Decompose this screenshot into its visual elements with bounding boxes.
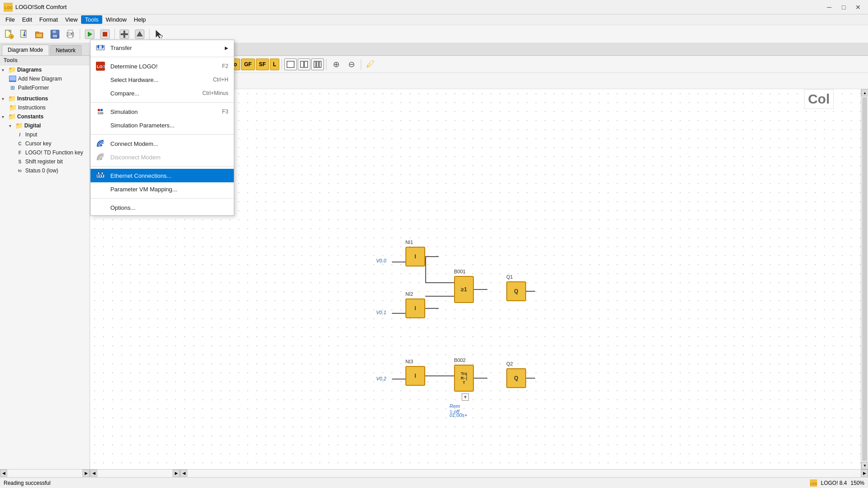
scroll-left-btn[interactable]: ◀ xyxy=(0,470,7,477)
select-hardware-label: Select Hardware... xyxy=(110,77,159,83)
gf-button[interactable]: GF xyxy=(241,59,255,70)
new-button[interactable]: ★ xyxy=(2,27,16,41)
menu-format[interactable]: Format xyxy=(36,15,61,24)
sf-button[interactable]: SF xyxy=(256,59,269,70)
b001-block[interactable]: ≥1 xyxy=(454,276,474,303)
download-button[interactable] xyxy=(17,27,32,41)
tree-status0[interactable]: Io Status 0 (low) xyxy=(0,166,90,175)
q1-block[interactable]: Q xyxy=(506,281,526,301)
menu-edit[interactable]: Edit xyxy=(18,15,36,24)
transfer-icon xyxy=(95,42,106,53)
scroll-up-arrow[interactable]: ▲ xyxy=(861,89,868,96)
menu-ethernet[interactable]: Ethernet Connections... xyxy=(91,169,234,182)
title-bar: LOGO! LOGO!Soft Comfort ─ □ ✕ xyxy=(0,0,868,14)
transfer-label: Transfer xyxy=(110,45,132,51)
tree-shift-reg[interactable]: S Shift register bit xyxy=(0,157,90,166)
left-panel-scroll-left[interactable]: ◀ xyxy=(90,470,97,477)
diagrams-folder-icon: 📁 xyxy=(8,66,15,73)
menu-simulation-params[interactable]: Simulation Parameters... xyxy=(91,118,234,132)
ni2-block[interactable]: I xyxy=(405,298,425,318)
menu-section-6: Options... xyxy=(91,200,234,215)
open-button[interactable] xyxy=(32,27,47,41)
expand-button[interactable] xyxy=(117,27,132,41)
menu-section-5: Ethernet Connections... Parameter VM Map… xyxy=(91,168,234,197)
vertical-scrollbar[interactable]: ▲ ▼ xyxy=(861,89,868,469)
stop-button[interactable] xyxy=(98,27,112,41)
scroll-right-btn[interactable]: ▶ xyxy=(82,470,90,477)
menu-help[interactable]: Help xyxy=(130,15,150,24)
l-button[interactable]: L xyxy=(270,59,279,70)
scroll-thumb[interactable] xyxy=(862,97,867,461)
canvas-scroll-left[interactable]: ◀ xyxy=(180,470,187,477)
save-button[interactable] xyxy=(48,27,62,41)
menu-file[interactable]: File xyxy=(2,15,18,24)
split-v-view-button[interactable] xyxy=(298,59,310,70)
tree-palletformer[interactable]: ⊞ PalletFormer xyxy=(0,83,90,92)
single-view-button[interactable] xyxy=(284,59,297,70)
left-panel: Tools ▾ 📁 Diagrams Add New Diagram ⊞ Pal… xyxy=(0,56,90,477)
vert-wire-ni1-b001 xyxy=(425,257,426,282)
digital-folder-icon: 📁 xyxy=(15,122,23,129)
menu-compare[interactable]: Compare... Ctrl+Minus xyxy=(91,86,234,100)
toolbar-separator-3 xyxy=(149,29,150,40)
menu-determine-logo[interactable]: LOGO! Determine LOGO! F2 xyxy=(91,59,234,73)
wire-v02-ni3 xyxy=(392,379,405,380)
split-3-view-button[interactable] xyxy=(311,59,324,70)
menu-select-hardware[interactable]: Select Hardware... Ctrl+H xyxy=(91,73,234,86)
constants-folder-icon: 📁 xyxy=(8,113,15,120)
tree-diagrams-header[interactable]: ▾ 📁 Diagrams xyxy=(0,65,90,74)
ni3-block[interactable]: I xyxy=(405,366,425,386)
svg-rect-56 xyxy=(317,61,318,68)
highlight-button[interactable]: 🖊 xyxy=(364,58,378,71)
canvas-scroll-track[interactable] xyxy=(187,470,861,477)
tab-diagram-mode[interactable]: Diagram Mode xyxy=(2,45,49,55)
menu-options[interactable]: Options... xyxy=(91,201,234,214)
left-scroll-track[interactable] xyxy=(97,470,173,477)
logo-version: LOGO! 8.4 xyxy=(821,480,847,486)
menu-transfer[interactable]: Transfer ▶ xyxy=(91,41,234,54)
connect-modem-label: Connect Modem... xyxy=(110,140,158,147)
toolbar-separator-1 xyxy=(80,29,80,40)
canvas-scroll-right[interactable]: ▶ xyxy=(861,470,868,477)
b002-expand[interactable]: + xyxy=(462,393,469,401)
tb2-sep6 xyxy=(361,59,361,70)
scroll-track[interactable] xyxy=(7,470,82,477)
tree-td-function[interactable]: F LOGO! TD Function key xyxy=(0,148,90,157)
tree-input[interactable]: I Input xyxy=(0,130,90,139)
tree-instructions-item[interactable]: 📁 Instructions xyxy=(0,103,90,112)
tree-digital-header[interactable]: ▾ 📁 Digital xyxy=(0,121,90,130)
menu-simulation[interactable]: SIM Simulation F3 xyxy=(91,105,234,118)
svg-rect-55 xyxy=(314,61,316,68)
cursor-button[interactable]: ? xyxy=(152,27,166,41)
scroll-down-arrow[interactable]: ▼ xyxy=(861,462,868,469)
right-scroll-bar: ◀ ▶ xyxy=(180,470,868,477)
left-panel-scroll-right[interactable]: ▶ xyxy=(173,470,180,477)
tab-network[interactable]: Network xyxy=(50,45,82,55)
b002-label: B002 xyxy=(454,357,466,363)
ni1-block[interactable]: I xyxy=(405,247,425,267)
menu-window[interactable]: Window xyxy=(102,15,130,24)
q2-block[interactable]: Q xyxy=(506,368,526,388)
q1-label: Q1 xyxy=(506,274,513,280)
menu-param-vm[interactable]: Parameter VM Mapping... xyxy=(91,182,234,196)
svg-text:★: ★ xyxy=(10,35,14,39)
svg-rect-74 xyxy=(97,175,99,177)
collapse-button[interactable] xyxy=(132,27,147,41)
tree-cursor-key[interactable]: C Cursor key xyxy=(0,139,90,148)
zoom-level: 150% xyxy=(850,480,864,486)
menu-view[interactable]: View xyxy=(62,15,82,24)
run-button[interactable] xyxy=(82,27,97,41)
tree-add-new-diagram[interactable]: Add New Diagram xyxy=(0,74,90,83)
zoom-out-button[interactable]: ⊖ xyxy=(344,58,359,71)
close-button[interactable]: ✕ xyxy=(852,1,864,14)
b002-trq: Trq xyxy=(461,371,467,376)
zoom-in-button[interactable]: ⊕ xyxy=(329,58,343,71)
tree-constants-header[interactable]: ▾ 📁 Constants xyxy=(0,112,90,121)
menu-tools[interactable]: Tools xyxy=(81,15,102,24)
menu-connect-modem[interactable]: Connect Modem... xyxy=(91,137,234,150)
maximize-button[interactable]: □ xyxy=(837,1,850,14)
minimize-button[interactable]: ─ xyxy=(823,1,836,14)
tree-instructions-header[interactable]: ▾ 📁 Instructions xyxy=(0,94,90,103)
print-button[interactable] xyxy=(63,27,77,41)
b002-block[interactable]: Trq R⌐| T xyxy=(454,365,474,392)
